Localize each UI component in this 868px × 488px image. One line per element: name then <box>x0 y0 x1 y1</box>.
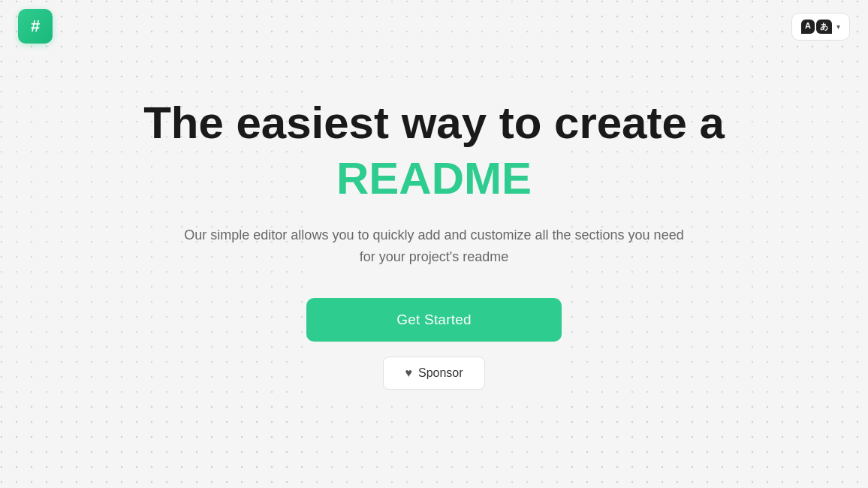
translate-icon-japanese: あ <box>816 20 832 34</box>
headline-readme: README <box>336 154 532 203</box>
translate-icon-latin: A <box>801 20 815 34</box>
sponsor-label: Sponsor <box>418 366 463 380</box>
heart-icon: ♥ <box>405 366 412 380</box>
app-logo: # <box>18 9 53 44</box>
navbar: # A あ ▾ <box>0 0 868 53</box>
translate-icon: A あ <box>801 20 832 34</box>
subtitle-text: Our simple editor allows you to quickly … <box>179 224 689 268</box>
logo-container: # <box>18 9 53 44</box>
headline-line1: The easiest way to create a <box>143 98 725 148</box>
get-started-button[interactable]: Get Started <box>306 298 562 342</box>
chevron-down-icon: ▾ <box>836 23 840 31</box>
translate-button[interactable]: A あ ▾ <box>791 13 850 41</box>
main-content: The easiest way to create a README Our s… <box>0 0 868 488</box>
sponsor-button[interactable]: ♥ Sponsor <box>383 357 484 390</box>
